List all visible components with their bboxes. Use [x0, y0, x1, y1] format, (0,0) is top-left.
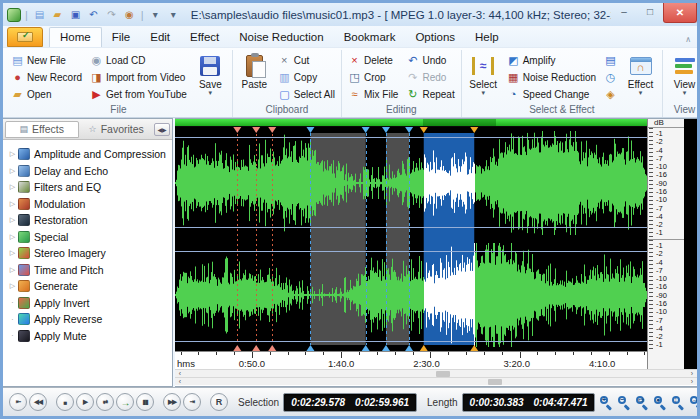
select-button[interactable]: ≈Select▾ [465, 52, 502, 96]
speed-change-button[interactable]: ◔Speed Change [504, 86, 599, 102]
paste-button[interactable]: Paste [236, 52, 273, 90]
stop-button[interactable]: ■ [56, 393, 74, 411]
tab-noise-reduction[interactable]: Noise Reduction [229, 28, 333, 47]
dropdown-icon[interactable]: ▾ [148, 7, 163, 22]
expander-icon[interactable]: ▷ [7, 200, 18, 208]
customize-toolbar-icon[interactable]: ▾ [166, 7, 181, 22]
tree-item-time-and-pitch[interactable]: ▷Time and Pitch [7, 262, 170, 279]
dropdown-arrow-icon[interactable]: ▾ [639, 90, 643, 96]
mix-file-button[interactable]: ≈Mix File [345, 86, 401, 102]
scrollbar-thumb[interactable] [488, 379, 502, 385]
scroll-left-icon[interactable]: ‹ [175, 378, 185, 386]
save-icon[interactable]: ▣ [68, 7, 83, 22]
expander-icon[interactable]: ▷ [7, 233, 18, 241]
new-file-button[interactable]: ▤New File [8, 52, 85, 68]
tab-help[interactable]: Help [465, 28, 509, 47]
amplify-button[interactable]: ◩Amplify [504, 52, 599, 68]
cut-button[interactable]: ×Cut [275, 52, 338, 68]
tree-item-modulation[interactable]: ▷Modulation [7, 196, 170, 213]
expander-icon[interactable]: ▷ [7, 266, 18, 274]
expander-icon[interactable]: ▷ [7, 183, 18, 191]
horizontal-scrollbar-1[interactable]: ‹› [175, 369, 697, 377]
play-button[interactable]: ▶ [76, 393, 94, 411]
get-from-youtube-button[interactable]: ▶Get from YouTube [87, 86, 190, 102]
undo-button[interactable]: ↶Undo [403, 52, 457, 68]
maximize-button[interactable]: □ [637, 3, 663, 20]
burn-cd-icon[interactable]: ◉ [122, 7, 137, 22]
repeat-button[interactable]: ↻Repeat [403, 86, 457, 102]
dropdown-arrow-icon[interactable]: ▾ [481, 90, 485, 96]
overview-bar[interactable] [175, 119, 647, 127]
select-all-button[interactable]: ▢Select All [275, 86, 338, 102]
zoom-selection-button[interactable]: ▭ [635, 395, 650, 410]
skip-start-button[interactable]: ⇤ [9, 393, 27, 411]
window-icon-button[interactable]: ▤ [601, 52, 620, 68]
noise-reduction-button[interactable]: ▦Noise Reduction [504, 69, 599, 85]
effect-button[interactable]: Effect▾ [622, 52, 659, 96]
tab-edit[interactable]: Edit [140, 28, 180, 47]
clock-icon-button[interactable]: ◷ [601, 69, 620, 85]
skip-end-button[interactable]: ⇥ [183, 393, 201, 411]
text-doc-icon-button[interactable]: ◈ [601, 86, 620, 102]
crop-button[interactable]: ◳Crop [345, 69, 401, 85]
tree-item-apply-invert[interactable]: ·Apply Invert [7, 295, 170, 312]
tree-item-apply-reverse[interactable]: ·Apply Reverse [7, 311, 170, 328]
record-button[interactable]: R [210, 393, 228, 411]
tab-effect[interactable]: Effect [180, 28, 229, 47]
undo-icon[interactable]: ↶ [86, 7, 101, 22]
load-cd-button[interactable]: ◉Load CD [87, 52, 190, 68]
zoom-vertical-in-button[interactable]: ↕ [671, 395, 686, 410]
zoom-in-button[interactable]: + [599, 395, 614, 410]
app-logo-icon[interactable] [7, 8, 21, 22]
minimize-button[interactable]: – [611, 3, 637, 20]
copy-button[interactable]: ▥Copy [275, 69, 338, 85]
sidebar-tab-favorites[interactable]: ☆Favorites [81, 121, 153, 138]
redo-button[interactable]: ↷Redo [403, 69, 457, 85]
zoom-vertical-out-button[interactable]: ↔ [689, 395, 700, 410]
tree-item-stereo-imagery[interactable]: ▷Stereo Imagery [7, 245, 170, 262]
expander-icon[interactable]: ▷ [7, 167, 18, 175]
expander-icon[interactable]: ▷ [7, 249, 18, 257]
save-button[interactable]: Save▾ [192, 52, 229, 96]
import-from-video-button[interactable]: ◨Import from Video [87, 69, 190, 85]
tree-item-apply-mute[interactable]: ·Apply Mute [7, 328, 170, 345]
tree-item-amplitude-and-compression[interactable]: ▷Amplitude and Compression [7, 146, 170, 163]
close-button[interactable]: ✕ [663, 3, 697, 23]
tree-item-special[interactable]: ▷Special [7, 229, 170, 246]
dropdown-arrow-icon[interactable]: ▾ [209, 90, 213, 96]
sidebar-pager-icon[interactable]: ◀▶ [154, 123, 170, 136]
sidebar-tab-effects[interactable]: ▤Effects [5, 121, 79, 138]
tab-bookmark[interactable]: Bookmark [334, 28, 406, 47]
expander-icon[interactable]: ▷ [7, 216, 18, 224]
open-button[interactable]: ▰Open [8, 86, 85, 102]
tab-options[interactable]: Options [405, 28, 465, 47]
zoom-full-button[interactable]: ● [653, 395, 668, 410]
scroll-right-icon[interactable]: › [687, 378, 697, 386]
expander-icon[interactable]: ▷ [7, 150, 18, 158]
dropdown-arrow-icon[interactable]: ▾ [683, 90, 687, 96]
redo-icon[interactable]: ↷ [104, 7, 119, 22]
delete-button[interactable]: ×Delete [345, 52, 401, 68]
fast-forward-button[interactable]: ▶▶ [163, 393, 181, 411]
loop-button[interactable]: ⇄ [96, 393, 114, 411]
zoom-out-button[interactable]: − [617, 395, 632, 410]
expander-icon[interactable]: ▷ [7, 282, 18, 290]
pause-button[interactable]: ▮▮ [136, 393, 154, 411]
tab-file[interactable]: File [102, 28, 141, 47]
tree-item-delay-and-echo[interactable]: ▷Delay and Echo [7, 163, 170, 180]
rewind-button[interactable]: ◀◀ [29, 393, 47, 411]
timeline-ruler[interactable]: hms 0:50.01:40.02:30.03:20.04:10.0 [175, 351, 647, 369]
new-record-button[interactable]: ●New Record [8, 69, 85, 85]
new-file-icon[interactable]: ▤ [32, 7, 47, 22]
open-icon[interactable]: ▰ [50, 7, 65, 22]
tree-item-generate[interactable]: ▷Generate [7, 278, 170, 295]
ribbon-collapse-icon[interactable]: ∧ [685, 35, 691, 44]
waveform-canvas[interactable] [175, 127, 647, 351]
play-selection-button[interactable]: → [116, 393, 134, 411]
view-button[interactable]: View▾ [666, 52, 700, 96]
tree-item-restoration[interactable]: ▷Restoration [7, 212, 170, 229]
horizontal-scrollbar-2[interactable]: ‹› [175, 377, 697, 385]
tree-item-filters-and-eq[interactable]: ▷Filters and EQ [7, 179, 170, 196]
application-menu-button[interactable] [7, 27, 43, 47]
tab-home[interactable]: Home [49, 27, 102, 47]
